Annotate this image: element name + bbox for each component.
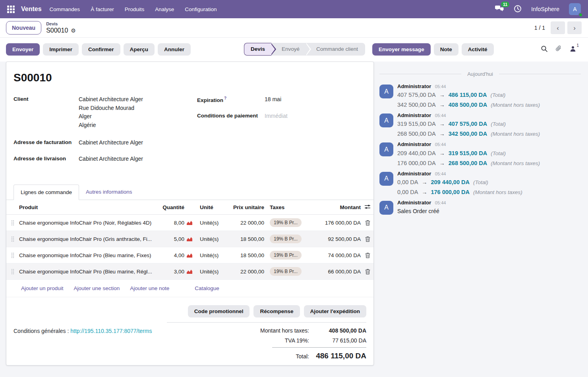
quantity-cell[interactable]: 5,00: [157, 236, 184, 242]
status-step-commande-client[interactable]: Commande client: [306, 43, 365, 56]
header-quantity[interactable]: Quantité: [157, 204, 184, 210]
reward-button[interactable]: Récompense: [253, 305, 300, 317]
header-unit-price[interactable]: Prix unitaire: [226, 204, 264, 210]
tax-badge[interactable]: 19% B Pr...: [270, 235, 302, 243]
message-avatar[interactable]: A: [379, 172, 393, 186]
status-step-devis[interactable]: Devis: [244, 43, 271, 56]
drag-handle-icon[interactable]: [6, 269, 19, 275]
tax-badge[interactable]: 19% B Pr...: [270, 218, 302, 227]
activity-button[interactable]: Activité: [462, 43, 494, 56]
drag-handle-icon[interactable]: [6, 220, 19, 226]
invoice-address-field[interactable]: Cabinet Architecture Alger: [79, 138, 143, 147]
forecast-chart-icon[interactable]: [184, 237, 195, 242]
quantity-cell[interactable]: 8,00: [157, 220, 184, 226]
message-avatar[interactable]: A: [379, 201, 393, 215]
message-author[interactable]: Administrator: [397, 171, 431, 177]
quantity-cell[interactable]: 3,00: [157, 269, 184, 275]
promotion-buttons: Code promotionnel Récompense Ajouter l'e…: [6, 297, 373, 317]
client-name-field[interactable]: Cabinet Architecture Alger: [79, 95, 143, 104]
forecast-chart-icon[interactable]: [184, 253, 195, 258]
unit-price-cell[interactable]: 22 000,00: [226, 269, 264, 275]
delete-line-button[interactable]: [361, 219, 374, 226]
header-amount[interactable]: Montant: [306, 204, 361, 210]
tax-badge[interactable]: 19% B Pr...: [270, 267, 302, 276]
log-note-button[interactable]: Note: [434, 43, 458, 56]
unit-cell[interactable]: Unité(s): [195, 269, 226, 275]
new-record-button[interactable]: Nouveau: [6, 21, 41, 35]
message-avatar[interactable]: A: [379, 142, 393, 156]
menu-a-facturer[interactable]: À facturer: [91, 6, 114, 12]
tab-order-lines[interactable]: Lignes de commande: [14, 185, 79, 200]
tax-badge[interactable]: 19% B Pr...: [270, 251, 302, 260]
pager-next-button[interactable]: ›: [567, 21, 582, 34]
delete-line-button[interactable]: [361, 252, 374, 259]
unit-cell[interactable]: Unité(s): [195, 220, 226, 226]
message-author[interactable]: Administrator: [397, 200, 431, 206]
preview-button[interactable]: Aperçu: [124, 43, 155, 56]
terms-url-link[interactable]: http://195.110.35.177:8077/terms: [70, 328, 152, 334]
message-author[interactable]: Administrator: [397, 83, 431, 89]
user-avatar[interactable]: A: [569, 3, 581, 15]
catalog-link[interactable]: Catalogue: [195, 285, 219, 291]
cancel-button[interactable]: Annuler: [158, 43, 191, 56]
message-avatar[interactable]: A: [379, 85, 393, 98]
add-shipping-button[interactable]: Ajouter l'expédition: [304, 305, 366, 317]
promo-code-button[interactable]: Code promotionnel: [188, 305, 250, 317]
unit-price-cell[interactable]: 18 500,00: [226, 252, 264, 258]
forecast-chart-icon[interactable]: [184, 269, 195, 274]
add-product-link[interactable]: Ajouter un produit: [21, 285, 64, 291]
send-button[interactable]: Envoyer: [6, 43, 40, 56]
attachments-button[interactable]: [555, 45, 562, 54]
delivery-address-field[interactable]: Cabinet Architecture Alger: [79, 155, 143, 163]
new-value: 407 575,00 DA: [449, 119, 487, 129]
new-value: 268 500,00 DA: [449, 158, 487, 168]
menu-configuration[interactable]: Configuration: [185, 6, 217, 12]
record-actions-gear-icon[interactable]: ⚙: [71, 28, 76, 33]
send-message-button[interactable]: Envoyer message: [372, 43, 431, 56]
header-product[interactable]: Produit: [19, 204, 157, 210]
unit-price-cell[interactable]: 22 000,00: [226, 220, 264, 226]
product-name-cell[interactable]: Chaise ergonomique InfoChair Pro (Bleu m…: [19, 269, 157, 275]
status-step-envoye[interactable]: Envoyé: [271, 43, 306, 56]
message-avatar[interactable]: A: [379, 113, 393, 127]
order-lines-table: Produit Quantité Unité Prix unitaire Tax…: [6, 200, 373, 297]
tab-other-info[interactable]: Autres informations: [79, 185, 139, 200]
forecast-chart-icon[interactable]: [184, 220, 195, 225]
add-note-link[interactable]: Ajouter une note: [130, 285, 169, 291]
message-author[interactable]: Administrator: [397, 112, 431, 118]
product-name-cell[interactable]: Chaise ergonomique InfoChair Pro (Bleu m…: [19, 252, 157, 258]
chatter-message: A Administrator 05:44 Sales Order créé: [379, 199, 581, 216]
menu-produits[interactable]: Produits: [125, 6, 145, 12]
drag-handle-icon[interactable]: [6, 236, 19, 242]
confirm-button[interactable]: Confirmer: [82, 43, 120, 56]
unit-price-cell[interactable]: 18 500,00: [226, 236, 264, 242]
header-taxes[interactable]: Taxes: [264, 204, 306, 210]
app-name-ventes[interactable]: Ventes: [21, 6, 42, 13]
expiration-date-field[interactable]: 18 mai: [265, 95, 281, 104]
quantity-cell[interactable]: 4,00: [157, 252, 184, 258]
payment-terms-field[interactable]: Immédiat: [265, 112, 288, 121]
breadcrumb-parent-devis[interactable]: Devis: [46, 22, 76, 26]
unit-cell[interactable]: Unité(s): [195, 252, 226, 258]
optional-columns-icon[interactable]: [361, 204, 374, 211]
menu-commandes[interactable]: Commandes: [50, 6, 80, 12]
activities-button[interactable]: [514, 5, 522, 14]
header-unit[interactable]: Unité: [195, 204, 226, 210]
unit-cell[interactable]: Unité(s): [195, 236, 226, 242]
new-value: 319 515,00 DA: [449, 148, 487, 158]
apps-menu-button[interactable]: [5, 3, 17, 15]
delete-line-button[interactable]: [361, 268, 374, 275]
messages-button[interactable]: 11: [495, 5, 504, 14]
message-author[interactable]: Administrator: [397, 141, 431, 147]
drag-handle-icon[interactable]: [6, 252, 19, 258]
product-name-cell[interactable]: Chaise ergonomique InfoChair Pro (Noir, …: [19, 220, 157, 226]
add-section-link[interactable]: Ajouter une section: [74, 285, 120, 291]
menu-analyse[interactable]: Analyse: [155, 6, 174, 12]
followers-button[interactable]: 1: [570, 46, 576, 53]
company-name[interactable]: InfoSphere: [531, 6, 559, 12]
pager-previous-button[interactable]: ‹: [551, 21, 565, 34]
product-name-cell[interactable]: Chaise ergonomique InfoChair Pro (Gris a…: [19, 236, 157, 242]
search-messages-button[interactable]: [541, 45, 548, 54]
print-button[interactable]: Imprimer: [43, 43, 79, 56]
delete-line-button[interactable]: [361, 236, 374, 242]
